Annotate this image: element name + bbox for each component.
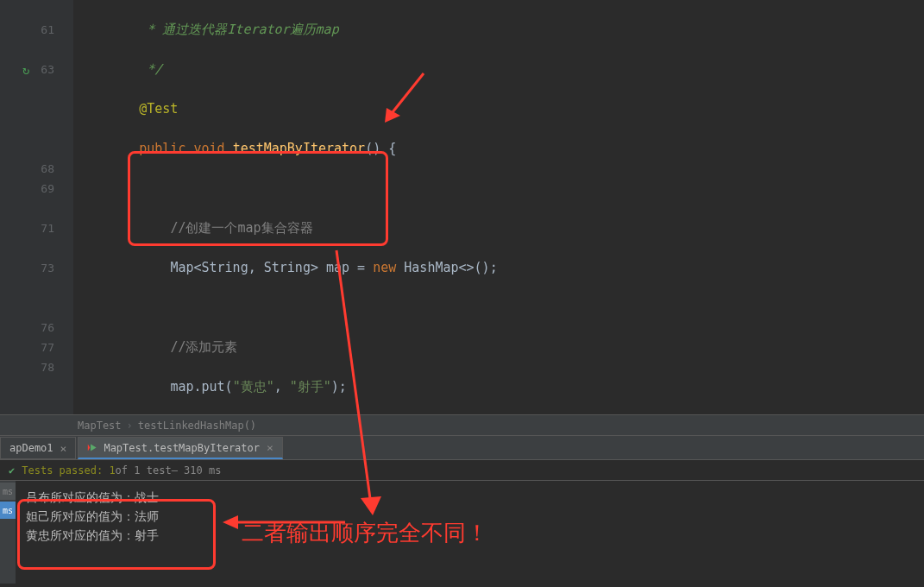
test-status-bar: ✔ Tests passed: 1 of 1 test – 310 ms bbox=[0, 459, 924, 480]
code-text: * bbox=[147, 22, 162, 37]
code-text: map.put( bbox=[170, 379, 232, 394]
console-gutter-btn[interactable]: ms bbox=[0, 502, 16, 519]
run-tabs: apDemo1 × MapTest.testMapByIterator × bbox=[0, 435, 924, 459]
code-pane[interactable]: * 通过迭代器Iterator遍历map */ @Test public voi… bbox=[73, 0, 924, 414]
line-number bbox=[0, 79, 54, 99]
breadcrumb-item[interactable]: testLinkedHashMap() bbox=[138, 420, 256, 432]
code-text: public bbox=[139, 141, 185, 156]
console-gutter: ms ms bbox=[0, 481, 16, 584]
breadcrumb-item[interactable]: MapTest bbox=[78, 420, 122, 432]
code-text: //创建一个map集合容器 bbox=[170, 220, 312, 236]
code-text: void bbox=[193, 141, 224, 156]
line-number bbox=[0, 238, 54, 258]
console-line: 黄忠所对应的值为：射手 bbox=[26, 526, 914, 545]
line-number: 76 bbox=[0, 318, 54, 338]
code-text: ); bbox=[331, 379, 347, 394]
check-icon: ✔ bbox=[9, 464, 15, 477]
line-number bbox=[0, 298, 54, 318]
line-number: 71 bbox=[0, 218, 54, 238]
code-text: */ bbox=[147, 61, 162, 77]
editor-area: ↻ 61 63 68 69 71 73 76 77 78 * 通过迭代器Iter… bbox=[0, 0, 924, 414]
tests-time-label: – 310 ms bbox=[172, 464, 222, 477]
run-config-icon bbox=[87, 442, 98, 453]
line-number: 68 bbox=[0, 159, 54, 179]
line-number: 77 bbox=[0, 338, 54, 357]
line-number: 61 bbox=[0, 20, 54, 40]
line-number: 78 bbox=[0, 357, 54, 377]
breadcrumb: MapTest › testLinkedHashMap() bbox=[0, 414, 924, 435]
line-number bbox=[0, 278, 54, 298]
code-text: @Test bbox=[139, 101, 178, 117]
console-panel: ms ms 吕布所对应的值为：战士 妲己所对应的值为：法师 黄忠所对应的值为：射… bbox=[0, 480, 924, 584]
code-text: testMapByIterator bbox=[233, 141, 366, 156]
tests-total-label: of 1 test bbox=[116, 464, 172, 477]
svg-marker-1 bbox=[88, 444, 90, 451]
tab-maptest-iterator[interactable]: MapTest.testMapByIterator × bbox=[78, 437, 282, 459]
console-line: 吕布所对应的值为：战士 bbox=[26, 488, 914, 507]
run-icon[interactable]: ↻ bbox=[22, 60, 29, 80]
console-gutter-btn[interactable]: ms bbox=[0, 483, 16, 500]
tab-label: MapTest.testMapByIterator bbox=[104, 442, 260, 454]
code-text: //添加元素 bbox=[170, 339, 237, 355]
tab-apdemo1[interactable]: apDemo1 × bbox=[0, 437, 76, 459]
close-icon[interactable]: × bbox=[267, 441, 273, 454]
code-text: , bbox=[274, 379, 290, 394]
code-text: 通过迭代器Iterator遍历map bbox=[162, 22, 338, 37]
code-text: new bbox=[373, 260, 396, 275]
tab-label: apDemo1 bbox=[9, 442, 53, 454]
svg-marker-0 bbox=[91, 444, 97, 451]
line-number: 73 bbox=[0, 258, 54, 278]
line-number bbox=[0, 99, 54, 119]
console-line: 妲己所对应的值为：法师 bbox=[26, 507, 914, 526]
tests-passed-label: Tests passed: 1 bbox=[22, 464, 115, 477]
code-text: "射手" bbox=[290, 379, 331, 394]
code-text: "黄忠" bbox=[233, 379, 274, 394]
line-number bbox=[0, 0, 54, 20]
line-number bbox=[0, 119, 54, 139]
editor-gutter: ↻ 61 63 68 69 71 73 76 77 78 bbox=[0, 0, 73, 414]
line-number bbox=[0, 40, 54, 60]
code-text: HashMap<>(); bbox=[396, 260, 497, 275]
close-icon[interactable]: × bbox=[60, 442, 67, 455]
line-number bbox=[0, 199, 54, 218]
code-text: () { bbox=[365, 141, 396, 156]
line-number: 69 bbox=[0, 179, 54, 199]
line-number bbox=[0, 139, 54, 159]
code-text: Map<String, String> map = bbox=[170, 260, 373, 275]
line-number bbox=[0, 377, 54, 397]
console-output[interactable]: 吕布所对应的值为：战士 妲己所对应的值为：法师 黄忠所对应的值为：射手 bbox=[16, 481, 924, 584]
breadcrumb-sep-icon: › bbox=[127, 420, 133, 432]
